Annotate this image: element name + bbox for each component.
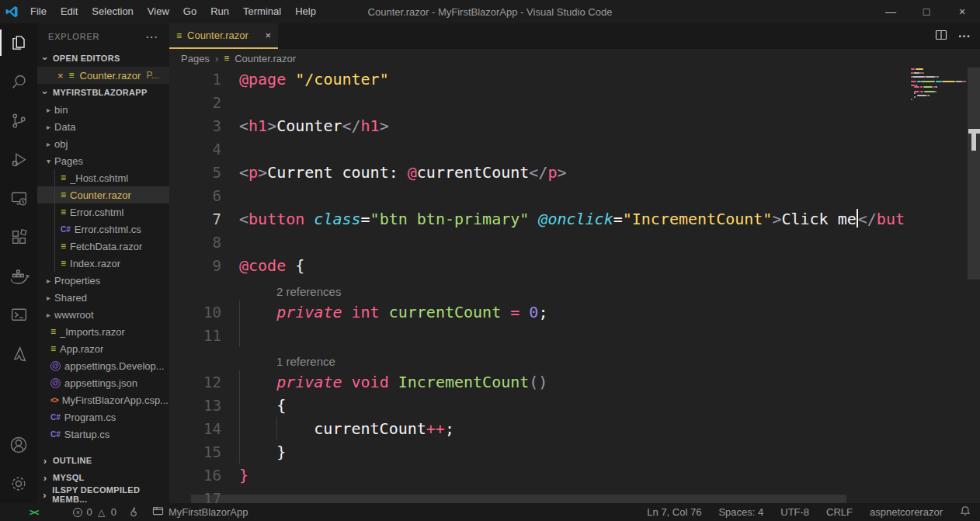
tree-item-data[interactable]: ▸Data	[37, 118, 169, 135]
tree-item-fetchdata-razor[interactable]: ≡FetchData.razor	[37, 238, 169, 255]
open-editors-section-header[interactable]: › OPEN EDITORS	[37, 50, 169, 67]
code-area[interactable]: 1@page "/counter"23<h1>Counter</h1>45<p>…	[169, 68, 980, 503]
tree-item-shared[interactable]: ▸Shared	[37, 289, 169, 306]
code-row[interactable]: 5<p>Current count: @currentCount</p>	[169, 161, 980, 184]
code-token	[380, 303, 389, 321]
code-row[interactable]: 11	[169, 324, 980, 347]
menu-view[interactable]: View	[141, 0, 176, 23]
code-row[interactable]: 14 currentCount++;	[169, 417, 980, 440]
tree-item-appsettings-develop-[interactable]: @appsettings.Develop...	[37, 357, 169, 374]
code-token: @code	[239, 256, 286, 275]
activity-settings[interactable]	[0, 464, 37, 503]
tree-item-index-razor[interactable]: ≡Index.razor	[37, 255, 169, 272]
tree-item-wwwroot[interactable]: ▸wwwroot	[37, 306, 169, 323]
tree-item-program-cs[interactable]: C#Program.cs	[37, 408, 169, 425]
code-token: }	[239, 466, 248, 485]
status-encoding[interactable]: UTF-8	[780, 506, 809, 518]
project-section-header[interactable]: › MYFIRSTBLAZORAPP	[37, 84, 169, 101]
menu-edit[interactable]: Edit	[54, 0, 85, 23]
tree-item-label: Properties	[54, 275, 100, 287]
breadcrumb-folder[interactable]: Pages	[181, 53, 210, 64]
chevron-right-icon: ▸	[47, 293, 50, 302]
code-row[interactable]: 17	[169, 487, 980, 503]
tree-item-counter-razor[interactable]: ≡Counter.razor	[37, 186, 169, 203]
extensions-icon	[9, 228, 29, 247]
tree-item-app-razor[interactable]: ≡App.razor	[37, 340, 169, 357]
flame-icon[interactable]	[129, 506, 140, 518]
minimize-button[interactable]: —	[873, 0, 909, 23]
tree-item--host-cshtml[interactable]: ≡_Host.cshtml	[37, 169, 169, 186]
split-editor-icon[interactable]	[935, 29, 947, 44]
section-ilspy-decompiled-memb-[interactable]: ›ILSPY DECOMPILED MEMB...	[37, 486, 169, 503]
breadcrumb-file[interactable]: Counter.razor	[235, 53, 296, 64]
close-button[interactable]: ×	[944, 0, 980, 23]
codelens-row[interactable]: 2 references	[169, 277, 980, 300]
razor-file-icon: ≡	[61, 241, 66, 251]
tree-item-obj[interactable]: ▸obj	[37, 135, 169, 152]
close-icon[interactable]: ×	[57, 70, 64, 82]
code-row[interactable]: 1@page "/counter"	[169, 68, 980, 91]
activity-remote-explorer[interactable]	[0, 179, 37, 217]
code-row[interactable]: 10 private int currentCount = 0;	[169, 300, 980, 324]
section-mysql[interactable]: ›MYSQL	[37, 469, 169, 486]
code-row[interactable]: 8	[169, 231, 980, 254]
section-label: ILSPY DECOMPILED MEMB...	[52, 485, 169, 503]
status-cursor-position[interactable]: Ln 7, Col 76	[647, 506, 701, 518]
code-row[interactable]: 6	[169, 184, 980, 207]
section-outline[interactable]: ›OUTLINE	[37, 452, 169, 469]
code-row[interactable]: 7<button class="btn btn-primary" @onclic…	[169, 207, 980, 231]
code-row[interactable]: 4	[169, 137, 980, 161]
tab-counter-razor[interactable]: ≡ Counter.razor ×	[169, 23, 278, 49]
tree-item-myfirstblazorapp-csp-[interactable]: <>MyFirstBlazorApp.csp...	[37, 391, 169, 408]
code-row[interactable]: 13 {	[169, 394, 980, 417]
code-row[interactable]: 15 }	[169, 440, 980, 464]
tree-item--imports-razor[interactable]: ≡_Imports.razor	[37, 323, 169, 340]
open-editor-item-counter-razor[interactable]: × ≡ Counter.razor P...	[37, 67, 169, 84]
activity-search[interactable]	[0, 62, 37, 101]
code-token: >	[557, 163, 566, 182]
menu-help[interactable]: Help	[288, 0, 323, 23]
activity-azure[interactable]	[0, 334, 37, 373]
tree-item-pages[interactable]: ▾Pages	[37, 152, 169, 169]
tree-item-error-cshtml-cs[interactable]: C#Error.cshtml.cs	[37, 221, 169, 238]
code-row[interactable]: 16}	[169, 464, 980, 487]
line-text: }	[239, 464, 248, 487]
tree-item-bin[interactable]: ▸bin	[37, 101, 169, 118]
activity-accounts[interactable]	[0, 425, 37, 464]
code-row[interactable]: 12 private void IncrementCount()	[169, 370, 980, 394]
code-row[interactable]: 3<h1>Counter</h1>	[169, 114, 980, 137]
project-status[interactable]: MyFirstBlazorApp	[152, 505, 248, 519]
code-row[interactable]: 2	[169, 91, 980, 114]
remote-indicator-icon[interactable]: ><	[30, 507, 37, 518]
tree-item-appsettings-json[interactable]: @appsettings.json	[37, 374, 169, 391]
activity-powershell[interactable]	[0, 295, 37, 334]
menu-run[interactable]: Run	[203, 0, 236, 23]
breadcrumb[interactable]: Pages › ≡ Counter.razor	[169, 49, 980, 68]
maximize-button[interactable]: □	[909, 0, 944, 23]
sidebar-more-actions-icon[interactable]: ···	[146, 31, 158, 43]
bell-icon[interactable]	[960, 505, 971, 519]
activity-explorer[interactable]	[0, 23, 37, 62]
tree-item-startup-cs[interactable]: C#Startup.cs	[37, 425, 169, 443]
activity-docker[interactable]	[0, 256, 37, 295]
menu-terminal[interactable]: Terminal	[236, 0, 288, 23]
status-eol-sequence[interactable]: CRLF	[826, 506, 853, 518]
source-control-icon	[9, 111, 29, 130]
status-language-mode[interactable]: aspnetcorerazor	[870, 506, 943, 518]
activity-extensions[interactable]	[0, 217, 37, 256]
more-actions-icon[interactable]: ···	[958, 30, 971, 43]
activity-source-control[interactable]	[0, 101, 37, 140]
menu-selection[interactable]: Selection	[85, 0, 140, 23]
tree-item-properties[interactable]: ▸Properties	[37, 272, 169, 289]
codelens-row[interactable]: 1 reference	[169, 347, 980, 370]
tree-item-error-cshtml[interactable]: ≡Error.cshtml	[37, 203, 169, 221]
menu-go[interactable]: Go	[176, 0, 203, 23]
code-row[interactable]: 9@code {	[169, 254, 980, 277]
activity-run-debug[interactable]	[0, 140, 37, 179]
tab-close-icon[interactable]: ×	[265, 30, 271, 41]
status-indentation[interactable]: Spaces: 4	[718, 506, 763, 518]
tree-item-label: FetchData.razor	[70, 241, 142, 252]
menu-file[interactable]: File	[23, 0, 54, 23]
remote-explorer-icon	[9, 189, 29, 208]
problems-status[interactable]: × 0 △ 0	[73, 506, 116, 518]
